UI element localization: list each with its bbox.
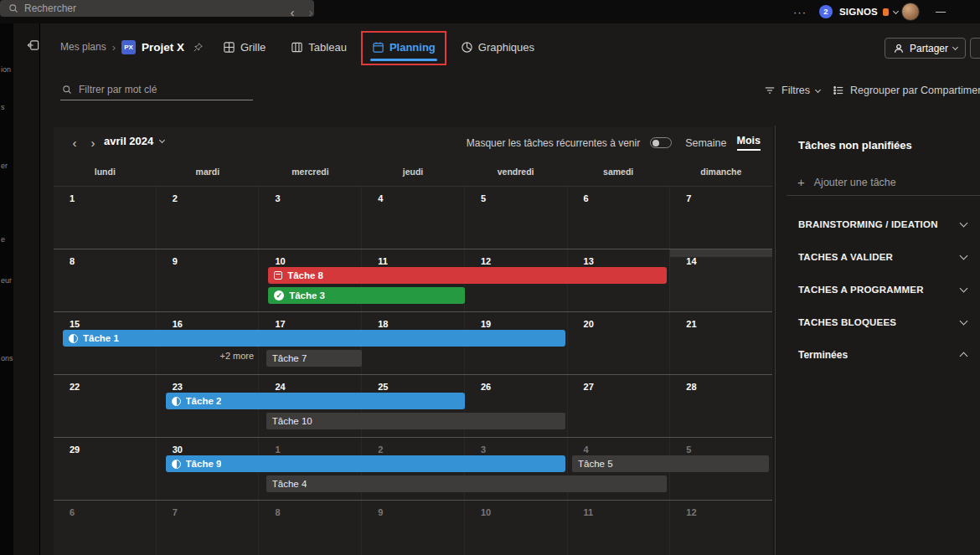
day-cell-14[interactable]: 14 [669, 249, 772, 311]
forward-arrow-icon[interactable]: › [303, 0, 318, 23]
rail-label-fragment[interactable]: eur [1, 276, 12, 285]
day-cell-9[interactable]: 9 [156, 249, 259, 311]
task-bar-tache-8[interactable]: Tâche 8 [268, 267, 667, 284]
day-number: 11 [378, 256, 388, 266]
keyword-filter-input[interactable] [79, 84, 238, 95]
task-bar-tache-4[interactable]: Tâche 4 [266, 475, 668, 492]
task-bar-tache-5[interactable]: Tâche 5 [572, 455, 769, 472]
day-cell-20[interactable]: 20 [567, 312, 670, 374]
chevron-down-icon [960, 316, 968, 325]
tenant-switcher[interactable]: SIGNOS [839, 0, 898, 23]
day-cell-22[interactable]: 22 [54, 375, 156, 437]
back-arrow-icon[interactable]: ‹ [285, 0, 300, 23]
more-options-icon[interactable]: ··· [791, 0, 809, 23]
next-month-icon[interactable]: › [85, 134, 101, 151]
day-number: 9 [173, 256, 178, 266]
task-bar-tache-10[interactable]: Tâche 10 [266, 413, 565, 429]
breadcrumb-my-plans[interactable]: Mes plans [60, 41, 106, 53]
bucket-section-taches-a-programmer[interactable]: TACHES A PROGRAMMER [776, 273, 980, 306]
day-number: 24 [275, 382, 285, 392]
bucket-section-taches-a-valider[interactable]: TACHES A VALIDER [776, 240, 980, 273]
tab-tableau[interactable]: Tableau [289, 35, 348, 59]
day-cell-11[interactable]: 11 [567, 501, 670, 555]
grid-icon [223, 41, 235, 54]
day-header-row: lundimardimercredijeudivendredisamedidim… [54, 157, 772, 186]
more-tasks-label[interactable]: +2 more [200, 351, 254, 361]
minimize-button[interactable]: — [930, 0, 952, 23]
notification-badge[interactable]: 2 [819, 5, 833, 18]
day-cell-12[interactable]: 12 [669, 501, 772, 555]
bucket-section-taches-bloquees[interactable]: TACHES BLOQUEES [776, 306, 980, 338]
day-cell-4[interactable]: 4 [361, 187, 464, 249]
week-row-0: 1234567 [54, 186, 772, 249]
task-bar-label: Tâche 10 [272, 416, 312, 426]
day-number: 19 [481, 319, 491, 329]
app-rail-truncated: ionsereeurons [0, 23, 13, 555]
search-icon [62, 85, 72, 95]
day-cell-2[interactable]: 2 [156, 187, 259, 249]
bucket-section-brainstorming-ideation[interactable]: BRAINSTORMING / IDEATION [776, 208, 980, 240]
rail-label-fragment[interactable]: er [1, 162, 8, 170]
tab-grille[interactable]: Grille [221, 35, 267, 59]
bucket-section-terminees[interactable]: Terminées [776, 338, 980, 371]
day-cell-6[interactable]: 6 [54, 501, 156, 555]
rail-label-fragment[interactable]: e [1, 235, 5, 244]
task-bar-tache-3[interactable]: ✓Tâche 3 [268, 287, 465, 304]
day-cell-5[interactable]: 5 [464, 187, 567, 249]
month-picker[interactable]: avril 2024 [104, 135, 164, 147]
day-cell-6[interactable]: 6 [567, 187, 670, 249]
group-by-dropdown[interactable]: Regrouper par Compartiment [833, 81, 980, 100]
day-number: 14 [686, 256, 696, 266]
search-input[interactable] [24, 3, 276, 14]
task-bar-label: Tâche 2 [186, 396, 222, 406]
day-number: 27 [584, 382, 594, 392]
add-task-button[interactable]: + Ajouter une tâche [787, 169, 980, 196]
rail-label-fragment[interactable]: s [1, 103, 5, 111]
task-bar-tache-9[interactable]: Tâche 9 [166, 455, 565, 472]
day-cell-8[interactable]: 8 [258, 501, 361, 555]
share-label: Partager [910, 43, 948, 54]
clipped-toolbar-button[interactable] [970, 38, 980, 59]
tab-graphiques[interactable]: Graphiques [459, 35, 536, 59]
schedule-calendar: ‹ › avril 2024 Masquer les tâches récurr… [54, 127, 772, 555]
bucket-section-label: Terminées [798, 349, 848, 361]
expand-rail-icon[interactable] [27, 39, 39, 54]
chevron-down-icon [960, 218, 968, 227]
rail-label-fragment[interactable]: ion [1, 65, 11, 74]
keyword-filter-box[interactable] [60, 79, 253, 100]
task-bar-label: Tâche 9 [186, 459, 222, 469]
avatar[interactable] [901, 3, 920, 21]
day-cell-3[interactable]: 3 [258, 187, 361, 249]
global-search-box[interactable] [0, 0, 314, 17]
month-view-button[interactable]: Mois [737, 135, 761, 151]
task-bar-tache-7[interactable]: Tâche 7 [266, 350, 363, 367]
day-cell-7[interactable]: 7 [156, 501, 259, 555]
day-number: 20 [584, 319, 594, 329]
day-number: 8 [70, 256, 75, 266]
task-bar-tache-2[interactable]: Tâche 2 [166, 393, 465, 409]
day-cell-21[interactable]: 21 [669, 312, 772, 374]
day-number: 16 [173, 319, 183, 329]
day-cell-28[interactable]: 28 [669, 375, 772, 437]
tab-planning[interactable]: Planning [370, 35, 437, 59]
completed-check-icon: ✓ [274, 290, 284, 301]
chevron-down-icon [893, 8, 899, 13]
day-cell-27[interactable]: 27 [567, 375, 670, 437]
previous-month-icon[interactable]: ‹ [67, 134, 82, 151]
day-number: 5 [481, 193, 486, 203]
day-cell-1[interactable]: 1 [54, 187, 156, 249]
share-button[interactable]: Partager [885, 38, 966, 59]
filters-dropdown[interactable]: Filtres [764, 81, 820, 100]
week-view-button[interactable]: Semaine [685, 137, 726, 149]
rail-label-fragment[interactable]: ons [1, 354, 13, 362]
day-cell-29[interactable]: 29 [54, 438, 156, 500]
task-bar-tache-1[interactable]: Tâche 1 [63, 330, 565, 347]
day-cell-10[interactable]: 10 [464, 501, 567, 555]
day-cell-8[interactable]: 8 [54, 249, 156, 311]
pin-icon[interactable] [193, 42, 204, 53]
view-tabs: GrilleTableauPlanningGraphiques [221, 35, 536, 59]
day-cell-7[interactable]: 7 [669, 187, 772, 249]
day-cell-9[interactable]: 9 [361, 501, 464, 555]
hide-recurring-toggle[interactable] [650, 137, 672, 148]
day-number: 29 [70, 445, 80, 455]
